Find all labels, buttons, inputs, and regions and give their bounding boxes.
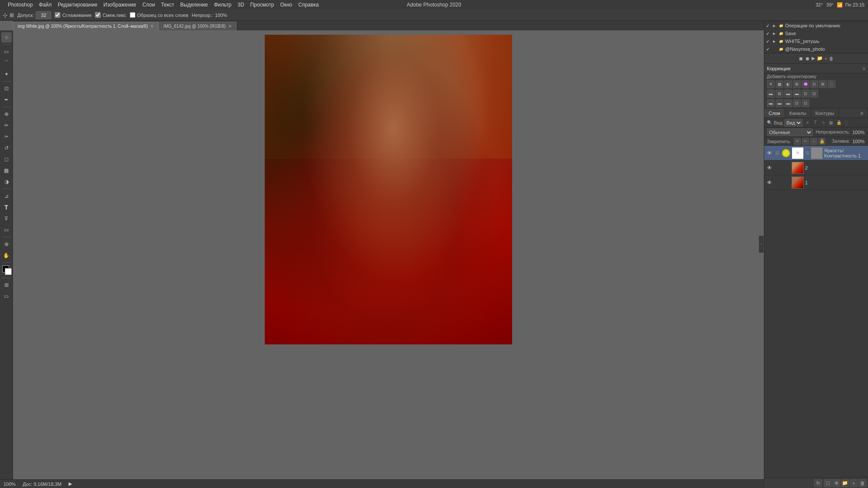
- corr-icon-vibrance[interactable]: ♒: [802, 80, 809, 88]
- menu-3d[interactable]: 3D: [237, 2, 244, 8]
- menu-window[interactable]: Окно: [280, 2, 292, 8]
- layers-panel-menu[interactable]: ≡: [856, 108, 868, 118]
- gradient-btn[interactable]: ▦: [1, 165, 12, 176]
- hand-btn[interactable]: ✋: [1, 250, 12, 261]
- layers-tab-layers[interactable]: Слои: [764, 108, 785, 118]
- zoom-btn[interactable]: ⊕: [1, 239, 12, 249]
- filter-lock-icon[interactable]: 🔒: [835, 119, 842, 126]
- action-folder-icon[interactable]: 📁: [817, 56, 823, 61]
- lasso-btn[interactable]: ⌒: [1, 58, 12, 68]
- filter-effect-icon[interactable]: ⊹: [820, 119, 827, 126]
- menu-edit[interactable]: Редактирование: [58, 2, 97, 8]
- obraz-checkbox[interactable]: [130, 12, 135, 18]
- eyedropper-btn[interactable]: ✒: [1, 95, 12, 105]
- magic-wand-btn[interactable]: ✦: [1, 69, 12, 79]
- corr-icon-invert[interactable]: ▬: [784, 90, 792, 98]
- corr-icon-levels[interactable]: ▦: [776, 80, 783, 88]
- layer-filter-select[interactable]: Вид: [784, 119, 802, 127]
- lock-pixel-icon[interactable]: ✕: [794, 138, 801, 145]
- filter-mode-icon[interactable]: ▦: [828, 119, 835, 126]
- menu-filter[interactable]: Фильтр: [214, 2, 231, 8]
- corr-icon-selective[interactable]: ▬: [767, 99, 775, 107]
- record-icon[interactable]: ⏺: [805, 56, 810, 61]
- tab-close-2[interactable]: ✕: [228, 24, 232, 29]
- fx-button[interactable]: fx: [814, 479, 822, 487]
- dodge-btn[interactable]: ◑: [1, 177, 12, 187]
- eraser-btn[interactable]: ◻: [1, 154, 12, 164]
- menu-select[interactable]: Выделение: [180, 2, 208, 8]
- background-color[interactable]: [5, 268, 12, 275]
- adjustment-layer-btn[interactable]: ⊕: [832, 479, 840, 487]
- blend-mode-select[interactable]: Обычные: [767, 128, 813, 136]
- layer-row-adjustment[interactable]: 👁 ⛓ ☀ ⛓ Яркость/Контрастность 1: [764, 146, 868, 160]
- tab-close-1[interactable]: ✕: [150, 24, 154, 29]
- corr-icon-pattern[interactable]: ⊡: [793, 99, 801, 107]
- action-row-nasyrova[interactable]: ✓ 📁 @Nasyrova_photo: [764, 45, 868, 53]
- layer-visibility-2[interactable]: 👁: [766, 164, 773, 171]
- stop-icon[interactable]: ⏹: [799, 56, 803, 61]
- layer-visibility-3[interactable]: 👁: [766, 179, 773, 186]
- corr-icon-threshold[interactable]: ⊡: [802, 90, 809, 98]
- pen-btn[interactable]: ⊿: [1, 191, 12, 201]
- corr-icon-gradient-map[interactable]: ⊡: [810, 90, 818, 98]
- crop-btn[interactable]: ⊡: [1, 83, 12, 94]
- add-mask-btn[interactable]: ◻: [824, 479, 832, 487]
- new-group-btn[interactable]: 📁: [841, 479, 849, 487]
- delete-layer-btn[interactable]: 🗑: [858, 479, 866, 487]
- play-icon[interactable]: ▶: [812, 56, 815, 61]
- panel-collapse-btn[interactable]: ‹: [759, 236, 764, 253]
- filter-type-icon[interactable]: ≡: [804, 119, 811, 126]
- corr-icon-hue[interactable]: ⊡: [810, 80, 818, 88]
- healing-btn[interactable]: ⊕: [1, 109, 12, 119]
- corr-icon-curves[interactable]: ◐: [784, 80, 792, 88]
- tab-img-white[interactable]: img White.jpg @ 100% (Яркость/Контрастно…: [13, 22, 158, 30]
- corr-icon-brightness[interactable]: ☀: [767, 80, 775, 88]
- correction-menu-icon[interactable]: ≡: [863, 66, 865, 71]
- filter-name-icon[interactable]: T: [812, 119, 819, 126]
- lock-all-icon[interactable]: 🔒: [819, 138, 825, 145]
- corr-icon-gradient-fill[interactable]: ▬: [784, 99, 792, 107]
- filter-smart-icon[interactable]: ◌: [843, 119, 850, 126]
- corr-icon-exposure[interactable]: ⊞: [793, 80, 801, 88]
- corr-icon-smart[interactable]: ⊡: [802, 99, 809, 107]
- tab-img-6142[interactable]: IMG_6142.jpg @ 100% (RGB/8) ✕: [158, 22, 237, 30]
- delete-action-icon[interactable]: 🗑: [829, 56, 834, 61]
- action-row-default[interactable]: ✓ ▶ 📁 Операции по умолчанию: [764, 22, 868, 29]
- lock-position-icon[interactable]: ✏: [802, 138, 809, 145]
- menu-file[interactable]: Файл: [39, 2, 52, 8]
- rectangular-marquee-btn[interactable]: ▭: [1, 46, 12, 57]
- menu-layers[interactable]: Слои: [142, 2, 155, 8]
- layer-visibility-1[interactable]: 👁: [766, 150, 773, 157]
- corr-icon-solid[interactable]: ▬: [776, 99, 783, 107]
- corr-icon-channelmixer[interactable]: ▬: [767, 90, 775, 98]
- action-row-save[interactable]: ✓ ▶ 📁 Save: [764, 29, 868, 37]
- smoothing-checkbox[interactable]: [55, 12, 60, 18]
- menu-help[interactable]: Справка: [298, 2, 319, 8]
- new-action-icon[interactable]: +: [825, 56, 827, 61]
- corr-icon-posterize[interactable]: ▬: [793, 90, 801, 98]
- screen-mode-btn[interactable]: ▭: [1, 291, 12, 301]
- canvas-image[interactable]: [265, 35, 512, 344]
- move-tool-btn[interactable]: ⊹: [1, 32, 12, 43]
- menu-view[interactable]: Просмотр: [250, 2, 274, 8]
- brush-btn[interactable]: ✏: [1, 120, 12, 131]
- menu-image[interactable]: Изображение: [103, 2, 136, 8]
- clone-btn[interactable]: ✂: [1, 131, 12, 142]
- action-row-white[interactable]: ✓ ▶ 📁 WHITE_ретушь: [764, 37, 868, 45]
- layer-row-2[interactable]: 👁 2: [764, 160, 868, 175]
- layers-tab-channels[interactable]: Каналы: [785, 108, 811, 118]
- layer-row-1[interactable]: 👁 1: [764, 175, 868, 190]
- quick-mask-btn[interactable]: ⊞: [1, 280, 12, 290]
- corr-icon-photofilter[interactable]: ◌: [828, 80, 835, 88]
- corr-icon-colorbalance[interactable]: ⊞: [819, 80, 827, 88]
- smej-checkbox[interactable]: [95, 12, 101, 18]
- layers-tab-paths[interactable]: Контуры: [811, 108, 839, 118]
- path-select-btn[interactable]: ⊽: [1, 213, 12, 224]
- corr-icon-colorkup[interactable]: ⊞: [776, 90, 783, 98]
- history-btn[interactable]: ↺: [1, 143, 12, 153]
- menu-text[interactable]: Текст: [161, 2, 174, 8]
- menu-photoshop[interactable]: Photoshop: [8, 2, 33, 8]
- shape-btn[interactable]: ▭: [1, 225, 12, 235]
- dopusk-input[interactable]: [36, 11, 51, 19]
- lock-artboard-icon[interactable]: ⊹: [810, 138, 817, 145]
